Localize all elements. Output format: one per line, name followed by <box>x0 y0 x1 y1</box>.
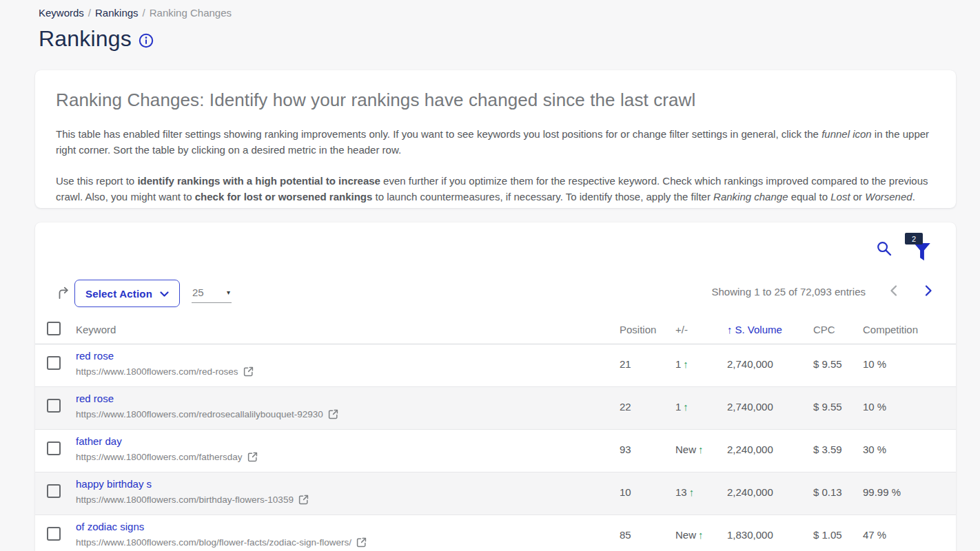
keyword-link[interactable]: happy birthday s <box>76 478 152 490</box>
cell-volume: 2,240,000 <box>727 444 773 455</box>
select-action-dropdown[interactable]: Select Action <box>74 280 180 307</box>
arrow-up-icon: ↑ <box>683 358 688 370</box>
result-url: https://www.1800flowers.com/blog/flower-… <box>76 537 367 548</box>
column-header-cpc[interactable]: CPC <box>813 324 835 335</box>
cell-volume: 1,830,000 <box>727 529 773 541</box>
intro-paragraph-2: Use this report to identify rankings wit… <box>56 173 935 205</box>
cell-change: New↑ <box>675 444 704 455</box>
table-row: father day https://www.1800flowers.com/f… <box>35 430 956 472</box>
cell-competition: 30 % <box>863 444 886 455</box>
breadcrumb-keywords[interactable]: Keywords <box>39 7 84 19</box>
keyword-link[interactable]: of zodiac signs <box>76 521 144 532</box>
cell-position: 22 <box>620 401 631 413</box>
result-url-text: https://www.1800flowers.com/redrosecalla… <box>76 409 323 419</box>
cell-volume: 2,240,000 <box>727 486 773 498</box>
pagination-next-icon[interactable] <box>923 284 933 300</box>
breadcrumb-rankings[interactable]: Rankings <box>95 7 139 19</box>
select-all-checkbox[interactable] <box>47 322 61 335</box>
page-size-select[interactable]: 25 ▾ <box>192 282 232 303</box>
funnel-icon[interactable] <box>913 242 931 262</box>
intro-p2-filter-value: Lost <box>830 191 850 202</box>
intro-p1-text: This table has enabled filter settings s… <box>56 128 821 140</box>
row-checkbox[interactable] <box>47 399 61 413</box>
cell-change: 1↑ <box>675 401 688 413</box>
cell-change: New↑ <box>675 529 704 541</box>
info-icon[interactable] <box>139 33 154 48</box>
intro-p2-filter-value: Worsened <box>865 191 912 202</box>
keyword-link[interactable]: red rose <box>76 393 114 404</box>
table-row: happy birthday s https://www.1800flowers… <box>35 472 956 515</box>
keyword-link[interactable]: father day <box>76 435 122 447</box>
result-url: https://www.1800flowers.com/fathersday <box>76 451 258 462</box>
pagination-prev-icon[interactable] <box>889 284 899 300</box>
showing-entries-text: Showing 1 to 25 of 72,093 entries <box>712 286 866 298</box>
cell-position: 21 <box>620 358 631 370</box>
cell-cpc: $ 0.13 <box>813 486 842 498</box>
intro-p2-text: to launch countermeasures, if necessary.… <box>372 191 713 202</box>
arrow-up-icon: ↑ <box>698 444 704 455</box>
table-body: red rose https://www.1800flowers.com/red… <box>35 344 956 551</box>
cell-cpc: $ 3.59 <box>813 444 842 455</box>
external-link-icon[interactable] <box>328 409 338 419</box>
external-link-icon[interactable] <box>247 452 258 462</box>
cell-volume: 2,740,000 <box>727 401 773 413</box>
external-link-icon[interactable] <box>356 537 367 548</box>
table-actions: 2 <box>876 240 931 264</box>
cell-cpc: $ 9.55 <box>813 401 842 413</box>
row-checkbox[interactable] <box>47 484 61 498</box>
intro-p2-filter-name: Ranking change <box>713 191 788 202</box>
result-url-text: https://www.1800flowers.com/birthday-flo… <box>76 495 294 505</box>
cell-change: 13↑ <box>675 486 694 498</box>
table-row: of zodiac signs https://www.1800flowers.… <box>35 515 956 551</box>
change-value: New <box>675 444 696 455</box>
cell-position: 85 <box>620 529 631 541</box>
cell-cpc: $ 9.55 <box>813 358 842 370</box>
select-action-label: Select Action <box>85 288 152 300</box>
external-link-icon[interactable] <box>298 495 309 505</box>
intro-p2-text: equal to <box>788 191 830 202</box>
column-header-change[interactable]: +/- <box>675 324 688 335</box>
cell-position: 93 <box>620 444 631 455</box>
page-title-row: Rankings <box>39 26 154 52</box>
row-checkbox[interactable] <box>47 356 61 370</box>
row-checkbox[interactable] <box>47 527 61 541</box>
cell-competition: 10 % <box>863 401 886 413</box>
intro-heading: Ranking Changes: Identify how your ranki… <box>56 90 935 111</box>
column-header-keyword[interactable]: Keyword <box>76 324 116 335</box>
row-checkbox[interactable] <box>47 441 61 455</box>
column-header-volume[interactable]: ↑S. Volume <box>727 324 782 335</box>
column-header-position[interactable]: Position <box>620 324 656 335</box>
result-url-text: https://www.1800flowers.com/blog/flower-… <box>76 537 351 548</box>
keyword-link[interactable]: red rose <box>76 350 114 362</box>
intro-p1-funnel-ref: funnel icon <box>821 128 872 140</box>
cell-competition: 99.99 % <box>863 486 901 498</box>
table-header-row: Keyword Position +/- ↑S. Volume CPC Comp… <box>35 317 956 344</box>
arrow-up-icon: ↑ <box>698 529 704 541</box>
intro-paragraph-1: This table has enabled filter settings s… <box>56 126 935 158</box>
intro-p2-text: . <box>912 191 915 202</box>
result-url: https://www.1800flowers.com/birthday-flo… <box>76 494 309 505</box>
cell-change: 1↑ <box>675 358 688 370</box>
cell-cpc: $ 1.05 <box>813 529 842 541</box>
rankings-page: Keywords/Rankings/Ranking Changes Rankin… <box>0 0 980 551</box>
external-link-icon[interactable] <box>243 366 254 377</box>
search-icon[interactable] <box>876 240 892 257</box>
cell-position: 10 <box>620 486 631 498</box>
intro-p2-text: Use this report to <box>56 175 137 187</box>
arrow-up-icon: ↑ <box>689 486 695 498</box>
change-value: New <box>675 529 696 541</box>
intro-p2-bold: identify rankings with a high potential … <box>137 175 380 187</box>
filter-count-badge: 2 <box>905 233 923 245</box>
change-value: 13 <box>675 486 687 498</box>
cell-competition: 10 % <box>863 358 886 370</box>
page-size-value: 25 <box>192 287 204 298</box>
column-header-competition[interactable]: Competition <box>863 324 918 335</box>
export-icon[interactable] <box>56 285 71 303</box>
cell-competition: 47 % <box>863 529 886 541</box>
filter-funnel-wrap: 2 <box>913 242 931 264</box>
table-row: red rose https://www.1800flowers.com/red… <box>35 344 956 387</box>
table-toolbar: Select Action 25 ▾ Showing 1 to 25 of 72… <box>35 280 956 310</box>
column-header-volume-label: S. Volume <box>735 324 782 335</box>
breadcrumb-ranking-changes: Ranking Changes <box>150 7 232 19</box>
result-url: https://www.1800flowers.com/redrosecalla… <box>76 408 338 419</box>
